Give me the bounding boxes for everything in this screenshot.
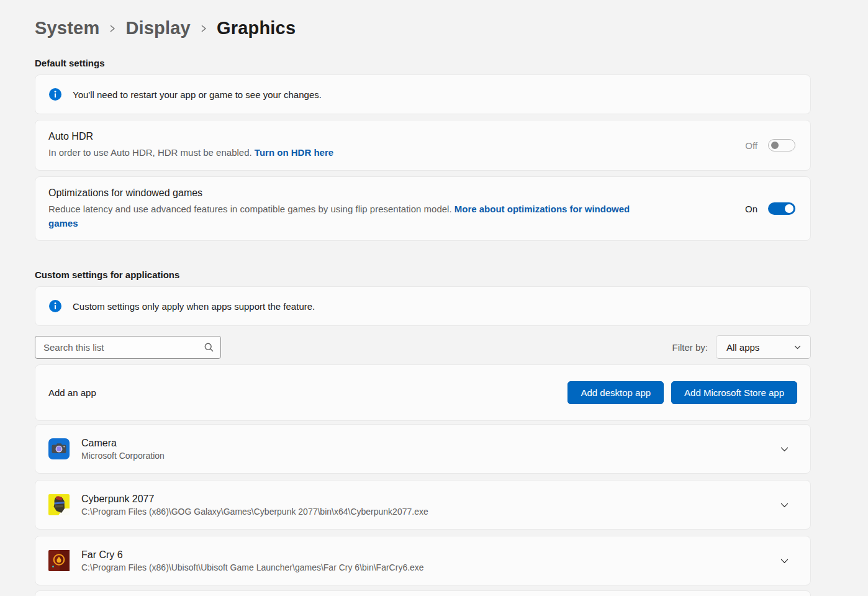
windowed-optimizations-title: Optimizations for windowed games [48, 187, 733, 199]
camera-app-icon [48, 438, 70, 459]
auto-hdr-title: Auto HDR [48, 131, 733, 142]
app-row-cyberpunk-2077[interactable]: Cyberpunk 2077 C:\Program Files (x86)\GO… [35, 480, 811, 530]
app-name: Far Cry 6 [81, 549, 776, 561]
app-path: C:\Program Files (x86)\Ubisoft\Ubisoft G… [81, 562, 776, 572]
search-box[interactable] [35, 336, 221, 359]
app-row-far-cry-6[interactable]: Far Cry 6 C:\Program Files (x86)\Ubisoft… [35, 536, 811, 585]
cyberpunk-2077-app-icon [48, 494, 70, 515]
chevron-right-icon [199, 22, 208, 35]
info-icon [49, 88, 61, 101]
windowed-optimizations-toggle-label: On [743, 204, 757, 214]
breadcrumb-display[interactable]: Display [125, 18, 191, 38]
windowed-optimizations-card: Optimizations for windowed games Reduce … [35, 176, 811, 241]
app-row-partial[interactable] [35, 590, 811, 596]
far-cry-6-app-icon [48, 550, 70, 571]
app-name: Cyberpunk 2077 [81, 494, 776, 505]
filter-by-label: Filter by: [672, 342, 708, 353]
turn-on-hdr-link[interactable]: Turn on HDR here [255, 147, 333, 158]
optimizations-more-link-line1: More about optimizations for windowed [454, 204, 630, 214]
default-settings-heading: Default settings [35, 58, 811, 68]
breadcrumb: System Display Graphics [35, 0, 811, 41]
page-title: Graphics [217, 18, 296, 38]
app-list-toolbar: Filter by: All apps [35, 335, 811, 359]
chevron-right-icon [108, 22, 117, 35]
add-app-card: Add an app Add desktop app Add Microsoft… [35, 364, 811, 421]
expand-chevron-down-icon[interactable] [776, 441, 793, 458]
auto-hdr-card: Auto HDR In order to use Auto HDR, HDR m… [35, 120, 811, 171]
auto-hdr-description: In order to use Auto HDR, HDR must be en… [48, 147, 252, 158]
restart-info-text: You'll need to restart your app or game … [73, 89, 322, 100]
windowed-optimizations-toggle[interactable] [768, 202, 795, 215]
custom-settings-heading: Custom settings for applications [35, 269, 811, 280]
add-app-label: Add an app [48, 387, 96, 398]
optimizations-more-link-line2: games [48, 218, 78, 228]
filter-dropdown[interactable]: All apps [716, 335, 811, 359]
filter-dropdown-value: All apps [726, 342, 759, 353]
windowed-optimizations-description: Reduce latency and use advanced features… [48, 204, 452, 214]
expand-chevron-down-icon[interactable] [776, 553, 793, 569]
add-store-app-button[interactable]: Add Microsoft Store app [671, 381, 797, 404]
custom-settings-info-text: Custom settings only apply when apps sup… [73, 301, 315, 312]
auto-hdr-toggle[interactable] [768, 139, 795, 151]
app-name: Camera [81, 438, 776, 449]
graphics-settings-page: System Display Graphics Default settings… [0, 0, 811, 596]
search-input[interactable] [43, 342, 204, 353]
expand-chevron-down-icon[interactable] [776, 497, 793, 513]
restart-info-banner: You'll need to restart your app or game … [35, 74, 811, 114]
search-icon[interactable] [204, 342, 214, 353]
toggle-knob [785, 204, 793, 213]
breadcrumb-system[interactable]: System [35, 18, 99, 38]
add-desktop-app-button[interactable]: Add desktop app [567, 381, 664, 404]
toggle-knob [771, 142, 779, 149]
app-path: C:\Program Files (x86)\GOG Galaxy\Games\… [81, 507, 776, 517]
chevron-down-icon [793, 343, 802, 351]
custom-settings-info-banner: Custom settings only apply when apps sup… [35, 286, 811, 326]
app-publisher: Microsoft Corporation [81, 451, 776, 461]
info-icon [49, 300, 61, 312]
auto-hdr-toggle-label: Off [743, 140, 757, 151]
app-row-camera[interactable]: Camera Microsoft Corporation [35, 424, 811, 474]
